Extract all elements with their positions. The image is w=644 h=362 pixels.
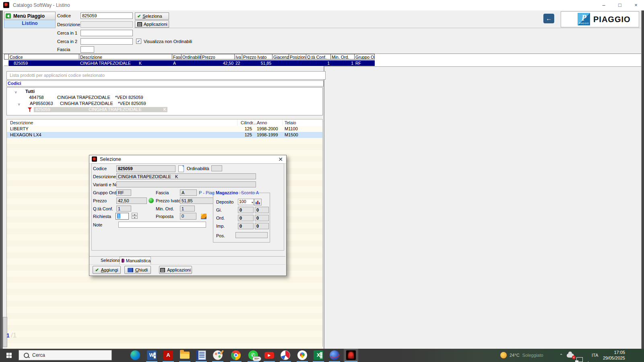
models-row-liberty[interactable]: LIBERTY1251998-2000M1100 bbox=[7, 126, 322, 132]
grid-cell-fascia[interactable]: A bbox=[172, 60, 182, 66]
taskbar-app-maps[interactable] bbox=[295, 349, 310, 362]
grid-header-selector[interactable] bbox=[4, 54, 9, 60]
grid-cell-qta_conf[interactable]: 1 bbox=[306, 60, 331, 66]
grid-cell-prezzo[interactable]: 42,50 bbox=[201, 60, 235, 66]
taskbar-app-designer[interactable] bbox=[278, 349, 293, 362]
fascia-input[interactable] bbox=[80, 46, 94, 53]
tab-manualistica[interactable]: Manualistica bbox=[120, 257, 151, 264]
language-indicator[interactable]: ITA bbox=[592, 353, 598, 358]
taskbar-app-softway[interactable] bbox=[344, 349, 358, 362]
dlg-richiesta-input[interactable]: 1 bbox=[116, 213, 129, 220]
grid-cell-ordinabilita[interactable] bbox=[182, 60, 201, 66]
grid-cell-codice[interactable]: 825059 bbox=[9, 60, 79, 66]
descrizione-input[interactable] bbox=[80, 21, 133, 28]
taskbar-app-acrobat[interactable]: A bbox=[161, 349, 175, 362]
grid-cell-descrizione[interactable]: CINGHIA TRAPEZOIDALEK bbox=[79, 60, 172, 66]
aggiungi-button[interactable]: ✔ Aggiungi bbox=[93, 266, 121, 274]
grid-header-codice[interactable]: Codice bbox=[9, 54, 79, 60]
taskbar-app-youtube[interactable]: ▶ bbox=[262, 349, 277, 362]
spinner-down-icon[interactable]: ▼ bbox=[132, 216, 138, 219]
taskbar-app-task-view[interactable] bbox=[114, 349, 128, 362]
grid-cell-giacenza[interactable] bbox=[272, 60, 289, 66]
grid-header-prezzo_ivato[interactable]: Prezzo Ivato bbox=[242, 54, 272, 60]
dlg-descrizione-field[interactable]: CINGHIA TRAPEZOIDALE K bbox=[116, 173, 256, 179]
dlg-prezzo-ivato-field[interactable]: 51,85 bbox=[180, 197, 213, 204]
cerca2-input[interactable] bbox=[80, 38, 133, 45]
mag-field2-Ord[interactable]: 0 bbox=[255, 215, 269, 221]
visualizza-checkbox[interactable]: ✓ bbox=[136, 39, 141, 44]
taskbar-app-edge[interactable] bbox=[128, 349, 142, 362]
package-icon[interactable] bbox=[201, 214, 206, 219]
tree-item-825059[interactable]: 825059CINGHIA TRAPEZOIDALEK bbox=[7, 107, 322, 113]
maximize-button[interactable]: □ bbox=[612, 0, 628, 10]
dlg-proposta-field[interactable]: 0 bbox=[180, 213, 196, 220]
grid-header-fascia[interactable]: Fascia bbox=[172, 54, 182, 60]
dlg-qta-field[interactable]: 1 bbox=[116, 206, 131, 212]
taskbar-search[interactable]: Cerca bbox=[19, 350, 112, 360]
back-arrow-button[interactable]: ← bbox=[543, 14, 554, 23]
grid-cell-posizione[interactable] bbox=[289, 60, 306, 66]
grid-header-prezzo[interactable]: Prezzo bbox=[201, 54, 235, 60]
models-header-1[interactable]: Cilindr... bbox=[241, 119, 257, 126]
grid-header-qta_conf[interactable]: Q.tà Conf. bbox=[306, 54, 331, 60]
dlg-codice-field[interactable]: 825059 bbox=[116, 165, 175, 172]
sidebar-item-listino[interactable]: Listino bbox=[4, 20, 56, 28]
weather-widget[interactable]: 24°C Soleggiato bbox=[500, 352, 543, 358]
grid-cell-gruppo_ord[interactable]: RF bbox=[355, 60, 375, 66]
close-button[interactable]: × bbox=[628, 0, 644, 10]
grid-header-giacenza[interactable]: Giacenza bbox=[272, 54, 289, 60]
start-button[interactable] bbox=[0, 349, 19, 362]
menu-piaggio-button[interactable]: Menù Piaggio bbox=[4, 12, 56, 20]
models-header-2[interactable]: Anno bbox=[257, 119, 267, 126]
minimize-button[interactable]: – bbox=[596, 0, 612, 10]
taskbar-app-whatsapp[interactable]: ✆99+ bbox=[246, 349, 260, 362]
onedrive-icon[interactable] bbox=[567, 354, 574, 358]
mag-field1-Ord[interactable]: 0 bbox=[238, 215, 254, 221]
grid-cell-iva[interactable]: 22 bbox=[235, 60, 242, 66]
taskbar-app-sphere[interactable] bbox=[327, 349, 342, 362]
taskbar-app-word[interactable]: W bbox=[144, 349, 159, 362]
network-icon[interactable] bbox=[576, 357, 583, 362]
dlg-ordinabilita-field[interactable] bbox=[211, 165, 222, 171]
grid-header-descrizione[interactable]: Descrizione bbox=[79, 54, 172, 60]
dlg-fascia-field[interactable]: A bbox=[180, 189, 197, 196]
taskbar-app-ledger[interactable] bbox=[194, 349, 208, 362]
grid-cell-selector[interactable] bbox=[4, 60, 9, 66]
deposito-select[interactable]: 100 ▾ bbox=[238, 199, 254, 205]
seleziona-button[interactable]: ✔ Seleziona bbox=[135, 12, 169, 20]
mag-field1-Imp[interactable]: 0 bbox=[238, 223, 254, 229]
richiesta-spinner[interactable]: ▲ ▼ bbox=[132, 213, 138, 219]
codice-input[interactable]: 825059 bbox=[80, 12, 133, 19]
tree-item-AP8550363[interactable]: vAP8550363CINGHIA TRAPEZOIDALE*VEDI 8250… bbox=[7, 101, 322, 107]
dlg-prezzo-field[interactable]: 42,50 bbox=[116, 197, 147, 204]
dlg-gruppo-field[interactable]: RF bbox=[116, 189, 131, 196]
models-row-hexagon-lx4[interactable]: HEXAGON LX41251998-1999M1500 bbox=[7, 132, 322, 138]
grid-header-ordinabilita[interactable]: Ordinabilità bbox=[182, 54, 201, 60]
cerca1-input[interactable] bbox=[80, 30, 133, 36]
grid-header-gruppo_ord[interactable]: Gruppo Ord. bbox=[355, 54, 375, 60]
tree-item-Tutti[interactable]: vTutti bbox=[7, 88, 322, 95]
mag-field2-Gi[interactable]: 0 bbox=[255, 207, 269, 213]
grid-cell-prezzo_ivato[interactable]: 51,85 bbox=[242, 60, 272, 66]
models-header-0[interactable]: Descrizione bbox=[10, 119, 33, 126]
pos-field[interactable] bbox=[235, 232, 268, 238]
tray-chevron-icon[interactable]: ⌃ bbox=[559, 353, 563, 358]
chart-button[interactable] bbox=[254, 199, 262, 206]
spinner-up-icon[interactable]: ▲ bbox=[132, 213, 138, 216]
taskbar-app-chrome[interactable] bbox=[229, 349, 243, 362]
clock[interactable]: 17:05 29/05/2025 bbox=[600, 350, 625, 361]
taskbar-app-paint[interactable] bbox=[211, 349, 225, 362]
grid-header-min_ord[interactable]: Min. Ord. bbox=[331, 54, 355, 60]
mag-field2-Imp[interactable]: 0 bbox=[255, 223, 269, 229]
grid-cell-min_ord[interactable]: 1 bbox=[331, 60, 355, 66]
chiudi-button[interactable]: Chiudi bbox=[124, 266, 151, 274]
dlg-note-input[interactable] bbox=[118, 222, 206, 228]
dlg-applicazioni-button[interactable]: Applicazioni bbox=[159, 266, 192, 274]
dialog-close-icon[interactable]: ✕ bbox=[277, 156, 284, 162]
tree-item-484758[interactable]: 484758CINGHIA TRAPEZOIDALE*VEDI 825059 bbox=[7, 95, 322, 101]
mag-field1-Gi[interactable]: 0 bbox=[238, 207, 254, 213]
dlg-min-ord-field[interactable]: 1 bbox=[180, 206, 195, 212]
document-icon[interactable] bbox=[178, 165, 184, 172]
dlg-varianti-field[interactable] bbox=[116, 181, 256, 187]
applicazioni-button[interactable]: Applicazioni bbox=[135, 21, 169, 28]
